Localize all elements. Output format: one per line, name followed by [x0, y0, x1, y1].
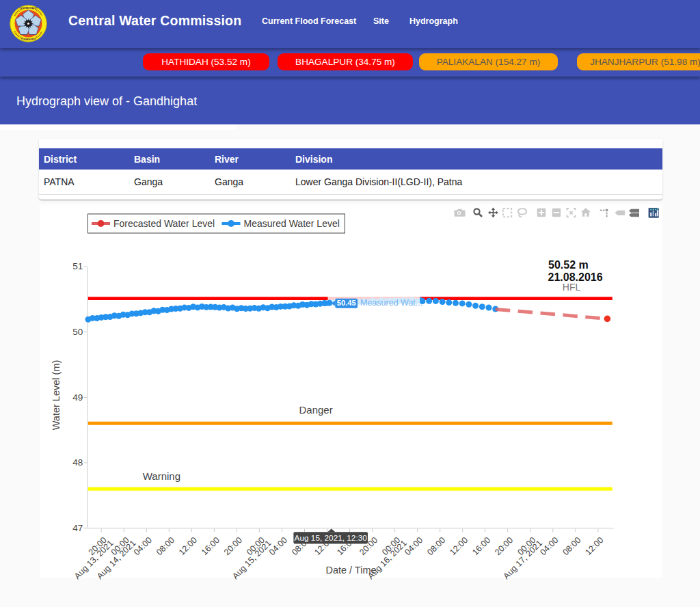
svg-text:48: 48: [72, 457, 83, 468]
svg-text:Aug 15, 2021, 12:30: Aug 15, 2021, 12:30: [295, 533, 368, 543]
svg-text:51: 51: [72, 261, 83, 271]
svg-text:Measured Water Level: Measured Water Level: [244, 218, 340, 229]
svg-text:50.52 m: 50.52 m: [548, 259, 589, 271]
svg-text:50.45: 50.45: [337, 299, 356, 307]
svg-text:Danger: Danger: [299, 404, 333, 416]
svg-text:50: 50: [72, 327, 83, 337]
svg-text:49: 49: [72, 392, 83, 403]
svg-text:COMMISSION: COMMISSION: [21, 38, 36, 41]
svg-text:Water Level (m): Water Level (m): [51, 360, 62, 431]
svg-text:Measured Wat...: Measured Wat...: [360, 298, 422, 308]
svg-text:HFL: HFL: [563, 282, 581, 293]
svg-text:47: 47: [72, 523, 83, 533]
svg-text:CENTRAL WATER: CENTRAL WATER: [19, 7, 38, 10]
svg-text:Warning: Warning: [143, 470, 180, 482]
svg-text:Forecasted Water Level: Forecasted Water Level: [113, 218, 215, 229]
svg-text:Date / Time: Date / Time: [325, 565, 376, 576]
